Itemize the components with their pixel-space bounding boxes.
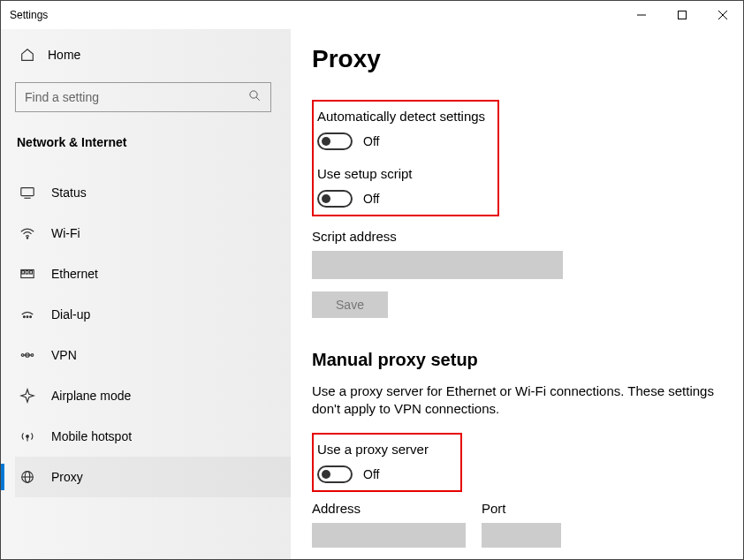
sidebar-item-hotspot[interactable]: Mobile hotspot — [15, 416, 291, 457]
port-label: Port — [482, 501, 561, 516]
sidebar-item-label: Mobile hotspot — [51, 429, 132, 443]
airplane-icon — [19, 388, 35, 404]
page-title: Proxy — [312, 45, 722, 73]
svg-point-13 — [24, 316, 26, 318]
highlight-manual-proxy: Use a proxy server Off — [312, 433, 462, 492]
status-icon — [19, 185, 35, 201]
script-address-input[interactable] — [312, 251, 563, 279]
svg-rect-11 — [26, 270, 28, 274]
wifi-icon — [19, 225, 35, 241]
auto-detect-label: Automatically detect settings — [317, 109, 490, 124]
titlebar: Settings — [1, 1, 743, 29]
svg-point-15 — [30, 316, 32, 318]
sidebar-item-wifi[interactable]: Wi-Fi — [15, 213, 291, 254]
sidebar-item-ethernet[interactable]: Ethernet — [15, 254, 291, 294]
ethernet-icon — [19, 266, 35, 282]
window-controls — [621, 1, 743, 29]
svg-point-4 — [250, 90, 257, 97]
setup-script-state: Off — [363, 192, 379, 206]
category-heading: Network & Internet — [15, 135, 291, 149]
sidebar-item-label: VPN — [51, 348, 77, 362]
close-button[interactable] — [702, 1, 743, 29]
sidebar-item-dialup[interactable]: Dial-up — [15, 294, 291, 335]
svg-point-14 — [27, 316, 28, 318]
search-placeholder: Find a setting — [25, 90, 99, 104]
highlight-auto-setup: Automatically detect settings Off Use se… — [312, 100, 499, 216]
svg-point-17 — [31, 354, 34, 357]
sidebar: Home Find a setting Network & Internet S… — [1, 29, 291, 559]
search-input[interactable]: Find a setting — [15, 82, 271, 112]
search-icon — [248, 89, 262, 106]
svg-point-8 — [27, 238, 27, 238]
svg-point-16 — [21, 354, 24, 357]
home-icon — [19, 47, 35, 63]
auto-detect-toggle[interactable] — [317, 132, 353, 150]
save-button[interactable]: Save — [312, 291, 388, 318]
sidebar-item-proxy[interactable]: Proxy — [15, 457, 291, 497]
use-proxy-state: Off — [363, 467, 379, 481]
svg-rect-1 — [679, 11, 687, 19]
setup-script-toggle[interactable] — [317, 190, 353, 208]
use-proxy-toggle[interactable] — [317, 465, 353, 483]
sidebar-item-label: Wi-Fi — [51, 226, 80, 240]
hotspot-icon — [19, 428, 35, 444]
svg-rect-6 — [21, 188, 34, 196]
script-address-label: Script address — [312, 229, 722, 244]
maximize-button[interactable] — [662, 1, 702, 29]
svg-rect-12 — [30, 270, 33, 274]
manual-section-desc: Use a proxy server for Ethernet or Wi-Fi… — [312, 382, 718, 419]
address-label: Address — [312, 501, 466, 516]
dialup-icon — [19, 306, 35, 322]
svg-line-5 — [256, 97, 260, 101]
sidebar-item-label: Dial-up — [51, 307, 90, 322]
proxy-icon — [19, 469, 35, 485]
home-nav[interactable]: Home — [15, 47, 291, 63]
sidebar-item-status[interactable]: Status — [15, 172, 291, 213]
window-title: Settings — [10, 9, 48, 21]
main-content: Proxy Automatically detect settings Off … — [291, 29, 743, 559]
minimize-button[interactable] — [621, 1, 662, 29]
port-input[interactable] — [482, 523, 561, 548]
auto-detect-state: Off — [363, 134, 379, 148]
use-proxy-label: Use a proxy server — [317, 442, 453, 457]
setup-script-label: Use setup script — [317, 166, 490, 181]
sidebar-item-vpn[interactable]: VPN — [15, 335, 291, 375]
svg-rect-10 — [22, 270, 25, 274]
sidebar-item-label: Status — [51, 185, 87, 200]
sidebar-item-label: Airplane mode — [51, 389, 131, 403]
manual-section-title: Manual proxy setup — [312, 350, 722, 370]
sidebar-item-label: Proxy — [51, 470, 83, 484]
vpn-icon — [19, 347, 35, 363]
address-input[interactable] — [312, 523, 466, 548]
sidebar-item-label: Ethernet — [51, 267, 98, 281]
home-label: Home — [48, 48, 80, 62]
sidebar-item-airplane[interactable]: Airplane mode — [15, 375, 291, 416]
